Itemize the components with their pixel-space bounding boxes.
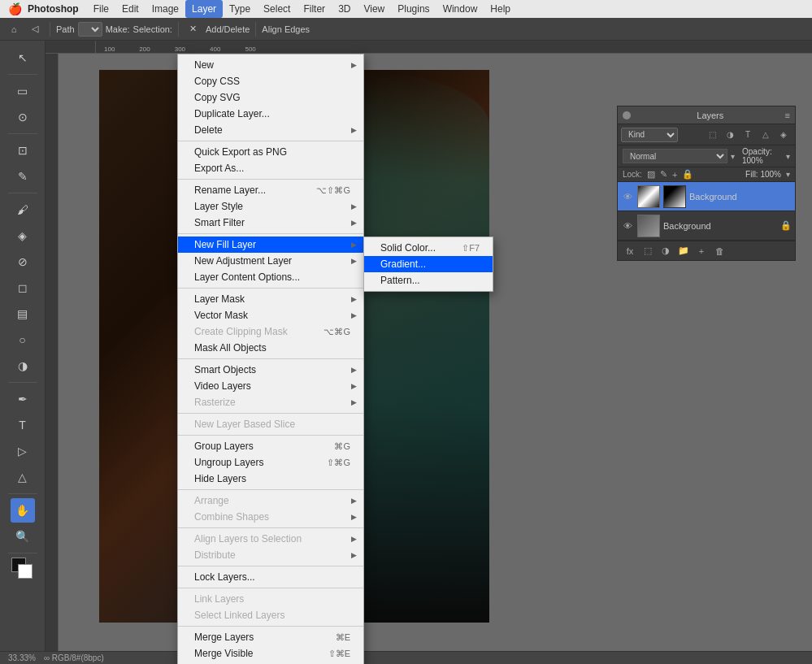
menu-plugins[interactable]: Plugins <box>391 0 436 18</box>
menu-item-quick-export[interactable]: Quick Export as PNG <box>178 144 363 160</box>
menu-item-rename[interactable]: Rename Layer... ⌥⇧⌘G <box>178 182 363 198</box>
tool-select-rect[interactable]: ▭ <box>11 79 35 103</box>
menu-item-new-fill[interactable]: New Fill Layer <box>178 237 363 253</box>
menu-item-layer-mask[interactable]: Layer Mask <box>178 291 363 307</box>
tool-path-select[interactable]: ▷ <box>11 439 35 463</box>
menu-item-mask-all[interactable]: Mask All Objects <box>178 340 363 356</box>
menu-item-vector-mask[interactable]: Vector Mask <box>178 307 363 323</box>
menu-help[interactable]: Help <box>484 0 517 18</box>
home-icon[interactable]: ⌂ <box>5 20 23 38</box>
menu-item-copy-svg[interactable]: Copy SVG <box>178 89 363 106</box>
kind-filter-select[interactable]: Kind <box>621 128 678 142</box>
tool-text[interactable]: T <box>11 413 35 437</box>
menu-item-smart-objects[interactable]: Smart Objects <box>178 362 363 378</box>
menu-item-merge-layers[interactable]: Merge Layers ⌘E <box>178 629 363 645</box>
layer-row-1[interactable]: 👁 Background 🔒 <box>618 211 795 241</box>
tool-hand[interactable]: ✋ <box>11 498 35 523</box>
tool-zoom[interactable]: 🔍 <box>11 524 35 549</box>
add-group-icon[interactable]: 📁 <box>676 244 691 258</box>
menu-item-link-layers[interactable]: Link Layers <box>178 591 363 607</box>
menu-item-smart-filter[interactable]: Smart Filter <box>178 215 363 231</box>
panel-expand-icon[interactable]: ≡ <box>785 111 790 120</box>
filter-pixel-icon[interactable]: ⬚ <box>704 127 720 143</box>
add-fx-icon[interactable]: fx <box>623 244 637 258</box>
menu-image[interactable]: Image <box>145 0 185 18</box>
delete-layer-icon[interactable]: 🗑 <box>712 244 727 258</box>
lock-image-icon[interactable]: ✎ <box>660 169 667 180</box>
layer-thumb-image-0 <box>638 185 659 208</box>
menu-item-new-slice[interactable]: New Layer Based Slice <box>178 416 363 432</box>
menu-item-distribute[interactable]: Distribute <box>178 547 363 563</box>
menu-3d[interactable]: 3D <box>332 0 357 18</box>
tool-history[interactable]: ⊘ <box>11 250 35 274</box>
tool-crop[interactable]: ⊡ <box>11 138 35 163</box>
tool-shape[interactable]: △ <box>11 465 35 489</box>
tool-stamp[interactable]: ◈ <box>11 224 35 248</box>
menu-item-combine-shapes[interactable]: Combine Shapes <box>178 509 363 525</box>
apple-menu-icon[interactable]: 🍎 <box>7 0 23 18</box>
menu-item-ungroup-layers[interactable]: Ungroup Layers ⇧⌘G <box>178 454 363 471</box>
menu-window[interactable]: Window <box>436 0 484 18</box>
add-layer-icon[interactable]: + <box>694 244 709 258</box>
submenu-pattern[interactable]: Pattern... <box>364 272 493 289</box>
layer-visibility-1[interactable]: 👁 <box>621 219 634 232</box>
menu-layer[interactable]: Layer <box>185 0 223 18</box>
blend-mode-select[interactable]: Normal <box>623 149 727 163</box>
make-label: Make: <box>106 24 130 34</box>
menu-item-group-layers[interactable]: Group Layers ⌘G <box>178 438 363 454</box>
toolbar-icon-2[interactable]: ✕ <box>185 20 202 38</box>
submenu-gradient[interactable]: Gradient... <box>364 256 493 272</box>
menu-filter[interactable]: Filter <box>297 0 332 18</box>
menu-item-hide-layers[interactable]: Hide Layers <box>178 471 363 487</box>
menu-item-select-linked[interactable]: Select Linked Layers <box>178 607 363 623</box>
add-adjustment-icon[interactable]: ◑ <box>658 244 673 258</box>
tool-blur[interactable]: ○ <box>11 328 35 352</box>
menu-item-lock-layers[interactable]: Lock Layers... <box>178 569 363 585</box>
menu-item-new[interactable]: New <box>178 57 363 73</box>
submenu-solid-color[interactable]: Solid Color... ⇧F7 <box>364 240 493 256</box>
add-mask-icon[interactable]: ⬚ <box>640 244 655 258</box>
menu-item-rasterize[interactable]: Rasterize <box>178 394 363 410</box>
menu-item-align-layers[interactable]: Align Layers to Selection <box>178 531 363 547</box>
tool-pen[interactable]: ✒ <box>11 387 35 411</box>
menu-item-copy-css[interactable]: Copy CSS <box>178 73 363 89</box>
tool-eyedropper[interactable]: ✎ <box>11 164 35 189</box>
tool-eraser[interactable]: ◻ <box>11 276 35 300</box>
menu-item-merge-visible[interactable]: Merge Visible ⇧⌘E <box>178 645 363 662</box>
tool-separator-3 <box>8 193 37 193</box>
tool-gradient[interactable]: ▤ <box>11 302 35 326</box>
layer-row-0[interactable]: 👁 Background <box>618 182 795 211</box>
menu-type[interactable]: Type <box>223 0 257 18</box>
tool-move[interactable]: ↖ <box>11 46 35 70</box>
lock-transparent-icon[interactable]: ▨ <box>647 169 655 180</box>
menu-item-delete[interactable]: Delete <box>178 122 363 138</box>
history-back-icon[interactable]: ◁ <box>26 20 44 38</box>
layer-visibility-0[interactable]: 👁 <box>621 190 634 203</box>
menu-item-clipping-mask[interactable]: Create Clipping Mask ⌥⌘G <box>178 323 363 340</box>
color-picker[interactable] <box>11 558 34 580</box>
filter-smart-icon[interactable]: ◈ <box>775 127 792 143</box>
lock-artboard-icon[interactable]: + <box>672 170 677 180</box>
menu-item-layer-style[interactable]: Layer Style <box>178 198 363 215</box>
lock-position-icon[interactable]: 🔒 <box>682 169 693 180</box>
menu-item-export-as[interactable]: Export As... <box>178 160 363 176</box>
menu-edit[interactable]: Edit <box>115 0 145 18</box>
filter-adjust-icon[interactable]: ◑ <box>722 127 738 143</box>
menu-item-arrange[interactable]: Arrange <box>178 493 363 509</box>
filter-type-icon[interactable]: T <box>740 127 756 143</box>
panel-close-button[interactable] <box>623 111 631 119</box>
filter-shape-icon[interactable]: △ <box>758 127 774 143</box>
layer-lock-icon-1: 🔒 <box>780 220 792 231</box>
menu-sep-12 <box>178 626 363 627</box>
tool-lasso[interactable]: ⊙ <box>11 105 35 129</box>
menu-item-video-layers[interactable]: Video Layers <box>178 378 363 394</box>
path-select[interactable] <box>78 22 102 37</box>
menu-select[interactable]: Select <box>257 0 297 18</box>
menu-item-duplicate[interactable]: Duplicate Layer... <box>178 106 363 122</box>
menu-file[interactable]: File <box>87 0 115 18</box>
tool-dodge[interactable]: ◑ <box>11 354 35 378</box>
menu-item-content-options[interactable]: Layer Content Options... <box>178 269 363 285</box>
tool-brush[interactable]: 🖌 <box>11 197 35 222</box>
menu-view[interactable]: View <box>357 0 391 18</box>
menu-item-new-adjustment[interactable]: New Adjustment Layer <box>178 253 363 269</box>
